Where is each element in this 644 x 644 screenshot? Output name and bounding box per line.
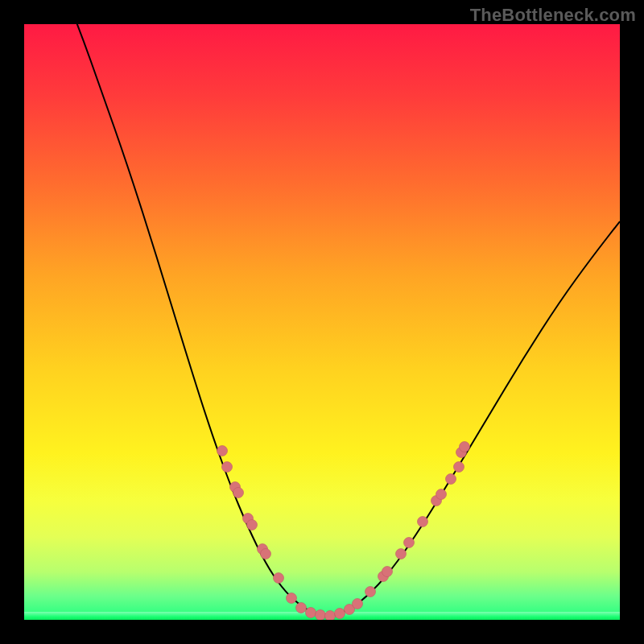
scatter-dots [217, 442, 470, 621]
plot-area [24, 24, 620, 620]
scatter-dot [296, 603, 307, 613]
chart-svg [24, 24, 620, 620]
curve-left-arm [71, 24, 328, 617]
scatter-dot [217, 446, 228, 456]
chart-frame: TheBottleneck.com [0, 0, 644, 644]
scatter-dot [222, 462, 233, 473]
curve-right-arm [328, 221, 620, 617]
scatter-dot [446, 474, 456, 485]
scatter-dot [287, 593, 297, 604]
scatter-dot [316, 610, 326, 621]
scatter-dot [306, 608, 316, 618]
scatter-dot [365, 587, 376, 597]
scatter-dot [274, 573, 284, 584]
scatter-dot [454, 462, 464, 473]
scatter-dot [247, 520, 258, 530]
scatter-dot [404, 538, 415, 548]
scatter-dot [261, 549, 271, 559]
scatter-dot [353, 599, 363, 609]
scatter-dot [460, 442, 470, 452]
scatter-dot [233, 488, 244, 498]
scatter-dot [325, 611, 336, 621]
scatter-dot [418, 517, 428, 527]
scatter-dot [382, 567, 393, 577]
scatter-dot [396, 549, 407, 559]
watermark-text: TheBottleneck.com [470, 5, 636, 26]
scatter-dot [436, 489, 447, 500]
scatter-dot [335, 609, 345, 619]
